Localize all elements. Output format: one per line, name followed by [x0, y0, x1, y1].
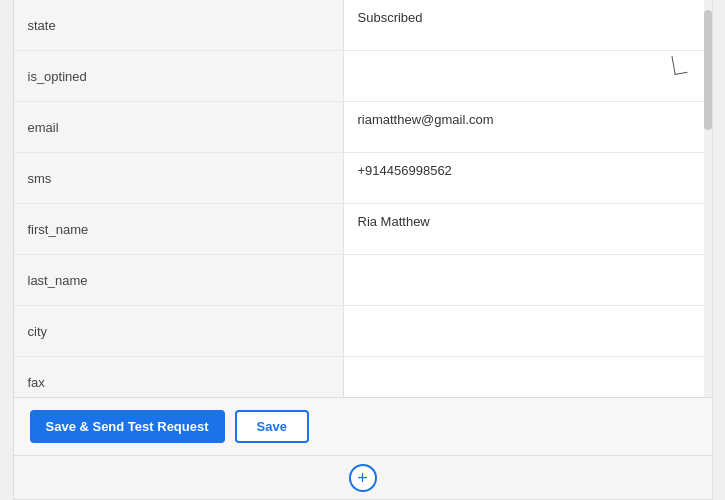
form-scroll-area[interactable]: state Subscribed is_optined email	[14, 0, 704, 397]
form-wrapper: state Subscribed is_optined email	[14, 0, 712, 397]
scrollbar[interactable]	[704, 0, 712, 397]
field-label-city: city	[14, 306, 344, 356]
field-value-sms: +914456998562	[344, 153, 704, 203]
field-value-fax	[344, 357, 704, 397]
field-label-email: email	[14, 102, 344, 152]
is_optined-input[interactable]	[352, 57, 696, 95]
main-container: state Subscribed is_optined email	[13, 0, 713, 456]
form-row: state Subscribed	[14, 0, 704, 51]
field-label-fax: fax	[14, 357, 344, 397]
add-button[interactable]: +	[349, 464, 377, 492]
save-button[interactable]: Save	[235, 410, 309, 443]
field-label-first_name: first_name	[14, 204, 344, 254]
form-row: is_optined	[14, 51, 704, 102]
field-value-city	[344, 306, 704, 356]
form-row: first_name Ria Matthew	[14, 204, 704, 255]
first_name-input[interactable]: Ria Matthew	[352, 210, 696, 248]
last_name-input[interactable]	[352, 261, 696, 299]
sms-input[interactable]: +914456998562	[352, 159, 696, 197]
field-label-is_optined: is_optined	[14, 51, 344, 101]
form-row: sms +914456998562	[14, 153, 704, 204]
scroll-thumb[interactable]	[704, 10, 712, 130]
field-label-sms: sms	[14, 153, 344, 203]
email-input[interactable]: riamatthew@gmail.com	[352, 108, 696, 146]
field-value-first_name: Ria Matthew	[344, 204, 704, 254]
city-input[interactable]	[352, 312, 696, 350]
form-row: last_name	[14, 255, 704, 306]
bottom-bar: +	[13, 456, 713, 500]
form-row: email riamatthew@gmail.com	[14, 102, 704, 153]
field-label-state: state	[14, 0, 344, 50]
field-value-is_optined	[344, 51, 704, 101]
field-label-last_name: last_name	[14, 255, 344, 305]
field-value-state: Subscribed	[344, 0, 704, 50]
footer-bar: Save & Send Test Request Save	[14, 397, 712, 455]
form-row: fax	[14, 357, 704, 397]
save-send-button[interactable]: Save & Send Test Request	[30, 410, 225, 443]
fax-input[interactable]	[352, 363, 696, 397]
state-input[interactable]: Subscribed	[352, 6, 696, 44]
field-value-email: riamatthew@gmail.com	[344, 102, 704, 152]
form-row: city	[14, 306, 704, 357]
field-value-last_name	[344, 255, 704, 305]
